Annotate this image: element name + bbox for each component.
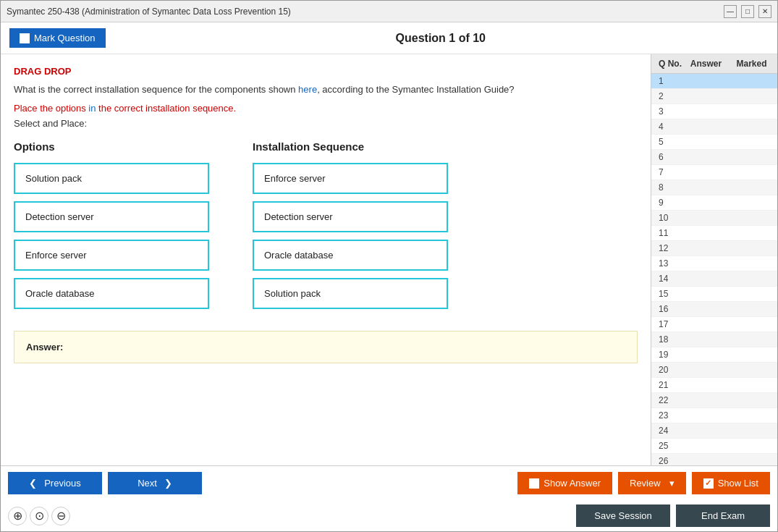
footer-buttons-row: Previous Next Show Answer Review ▾ ✓ Sho…: [1, 466, 777, 500]
drop-item-enforce-server[interactable]: Enforce server: [253, 163, 448, 194]
sidebar-row[interactable]: 3: [651, 104, 777, 119]
sidebar-row[interactable]: 4: [651, 119, 777, 135]
sidebar-marked: [729, 243, 774, 253]
sidebar-row[interactable]: 24: [651, 423, 777, 439]
sidebar-qno: 5: [654, 137, 683, 147]
sidebar-answer: [683, 137, 729, 147]
sidebar-answer: [683, 91, 729, 101]
sidebar-row[interactable]: 10: [651, 211, 777, 226]
sidebar-row[interactable]: 23: [651, 408, 777, 423]
sidebar-answer: [683, 380, 729, 390]
zoom-out-icon: ⊖: [56, 509, 66, 523]
sidebar-row[interactable]: 21: [651, 378, 777, 393]
question-area: DRAG DROP What is the correct installati…: [1, 54, 651, 465]
previous-button[interactable]: Previous: [8, 472, 102, 494]
review-label: Review: [630, 478, 661, 489]
drop-item-oracle-database[interactable]: Oracle database: [253, 240, 448, 271]
sidebar-row[interactable]: 13: [651, 256, 777, 271]
sidebar-qno: 18: [654, 334, 683, 345]
sidebar-qno: 13: [654, 258, 683, 269]
maximize-button[interactable]: □: [741, 5, 754, 18]
next-button[interactable]: Next: [108, 472, 202, 494]
sidebar-row[interactable]: 8: [651, 180, 777, 195]
sidebar-marked: [729, 106, 774, 117]
sidebar-col-qno: Q No.: [654, 59, 683, 69]
sidebar-answer: [683, 182, 729, 193]
close-button[interactable]: ✕: [758, 5, 771, 18]
sidebar-marked: [729, 350, 774, 360]
sidebar-row[interactable]: 26: [651, 454, 777, 465]
drop-item-solution-pack[interactable]: Solution pack: [253, 278, 448, 309]
previous-label: Previous: [44, 478, 81, 489]
question-text-part1: What is the correct installation sequenc…: [14, 84, 298, 95]
main-area: DRAG DROP What is the correct installati…: [1, 54, 777, 465]
sidebar-row[interactable]: 17: [651, 317, 777, 332]
sidebar-row[interactable]: 12: [651, 241, 777, 256]
select-place: Select and Place:: [14, 118, 638, 129]
app-window: Symantec 250-438 (Administration of Syma…: [0, 0, 778, 532]
sidebar-marked: [729, 319, 774, 329]
review-button[interactable]: Review ▾: [618, 472, 686, 494]
drag-item-oracle-database[interactable]: Oracle database: [14, 278, 209, 309]
end-exam-button[interactable]: End Exam: [676, 504, 770, 527]
drag-item-detection-server[interactable]: Detection server: [14, 201, 209, 232]
sidebar-answer: [683, 152, 729, 162]
sidebar-marked: [729, 289, 774, 299]
question-text: What is the correct installation sequenc…: [14, 83, 638, 97]
sidebar-row[interactable]: 19: [651, 347, 777, 363]
sidebar-row[interactable]: 9: [651, 195, 777, 211]
options-column: Options Solution pack Detection server E…: [14, 140, 209, 316]
sidebar-qno: 26: [654, 456, 683, 465]
sidebar-row[interactable]: 7: [651, 165, 777, 180]
save-session-button[interactable]: Save Session: [576, 504, 670, 527]
sidebar-scroll[interactable]: 1 2 3 4: [651, 74, 777, 465]
sidebar-row[interactable]: 22: [651, 393, 777, 408]
zoom-reset-icon: ⊙: [35, 509, 44, 523]
mark-question-button[interactable]: Mark Question: [9, 28, 106, 48]
sidebar-qno: 16: [654, 304, 683, 314]
sidebar-row[interactable]: 2: [651, 89, 777, 104]
sidebar-row[interactable]: 14: [651, 271, 777, 287]
sidebar-marked: [729, 410, 774, 421]
sidebar-qno: 7: [654, 167, 683, 177]
question-type: DRAG DROP: [14, 66, 638, 77]
zoom-controls: ⊕ ⊙ ⊖: [8, 507, 70, 525]
sidebar-marked: [729, 304, 774, 314]
drag-item-enforce-server[interactable]: Enforce server: [14, 240, 209, 271]
sidebar-qno: 8: [654, 182, 683, 193]
sidebar-qno: 10: [654, 213, 683, 223]
sidebar-answer: [683, 258, 729, 269]
sidebar-row[interactable]: 6: [651, 150, 777, 165]
sidebar-marked: [729, 395, 774, 405]
sidebar-row[interactable]: 15: [651, 287, 777, 302]
sidebar-answer: [683, 304, 729, 314]
sidebar-marked: [729, 91, 774, 101]
sidebar-marked: [729, 76, 774, 86]
minimize-button[interactable]: —: [724, 5, 737, 18]
sidebar-qno: 1: [654, 76, 683, 86]
sidebar-qno: 2: [654, 91, 683, 101]
sidebar-answer: [683, 198, 729, 208]
sidebar-marked: [729, 380, 774, 390]
zoom-out-button[interactable]: ⊖: [51, 507, 70, 525]
zoom-in-button[interactable]: ⊕: [8, 507, 27, 525]
sidebar-row[interactable]: 11: [651, 226, 777, 241]
show-answer-button[interactable]: Show Answer: [517, 472, 612, 494]
sidebar-row[interactable]: 25: [651, 439, 777, 454]
show-list-button[interactable]: ✓ Show List: [692, 472, 770, 494]
drag-item-solution-pack[interactable]: Solution pack: [14, 163, 209, 194]
sidebar-marked: [729, 167, 774, 177]
sidebar-row[interactable]: 16: [651, 302, 777, 317]
sidebar-row[interactable]: 18: [651, 332, 777, 347]
sidebar-col-answer: Answer: [683, 59, 729, 69]
sidebar-qno: 22: [654, 395, 683, 405]
sidebar-row[interactable]: 20: [651, 363, 777, 378]
sidebar-row[interactable]: 1: [651, 74, 777, 89]
sidebar-answer: [683, 243, 729, 253]
sidebar-marked: [729, 152, 774, 162]
review-dropdown-icon: ▾: [669, 478, 675, 489]
sidebar-row[interactable]: 5: [651, 135, 777, 150]
drop-item-detection-server[interactable]: Detection server: [253, 201, 448, 232]
zoom-reset-button[interactable]: ⊙: [30, 507, 48, 525]
sidebar-marked: [729, 258, 774, 269]
